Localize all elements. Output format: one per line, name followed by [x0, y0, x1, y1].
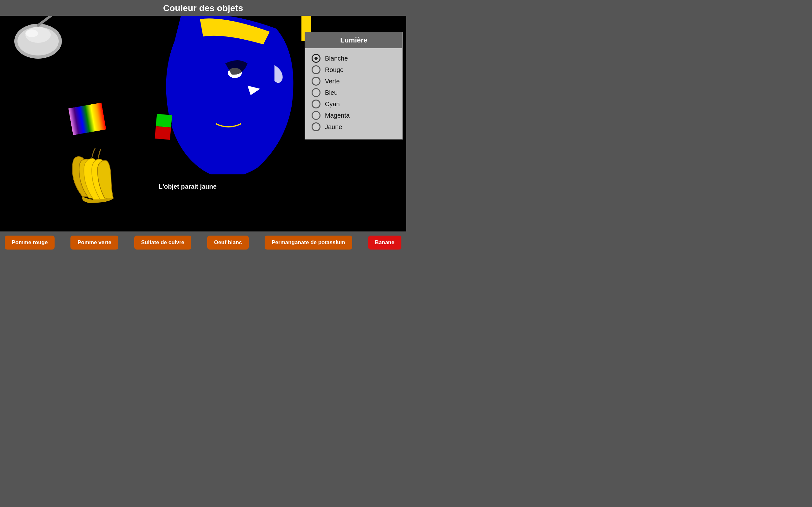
bottom-bar: Pomme rougePomme verteSulfate de cuivreO…	[0, 231, 406, 253]
small-color-card	[155, 114, 172, 140]
radio-option-bleu[interactable]: Bleu	[312, 88, 396, 97]
lumiere-options: BlancheRougeVerteBleuCyanMagentaJaune	[305, 48, 402, 139]
obj-button-permanganate[interactable]: Permanganate de potassium	[265, 236, 352, 249]
lumiere-panel: Lumière BlancheRougeVerteBleuCyanMagenta…	[305, 32, 403, 139]
radio-circle-rouge	[312, 65, 320, 74]
lumiere-header: Lumière	[305, 32, 402, 48]
object-description: L'objet parait jaune	[159, 183, 217, 190]
radio-circle-verte	[312, 77, 320, 86]
radio-circle-jaune	[312, 122, 320, 131]
face-silhouette	[162, 16, 295, 174]
card-red-section	[155, 126, 171, 140]
radio-circle-cyan	[312, 100, 320, 108]
radio-label-rouge: Rouge	[325, 66, 344, 73]
radio-label-magenta: Magenta	[325, 112, 350, 119]
radio-circle-bleu	[312, 88, 320, 97]
radio-option-magenta[interactable]: Magenta	[312, 111, 396, 120]
radio-option-cyan[interactable]: Cyan	[312, 100, 396, 108]
main-scene: L'objet parait jaune Lumière BlancheRoug…	[0, 16, 406, 231]
radio-circle-magenta	[312, 111, 320, 120]
obj-button-pomme-verte[interactable]: Pomme verte	[70, 236, 118, 249]
obj-button-oeuf-blanc[interactable]: Oeuf blanc	[207, 236, 249, 249]
radio-option-verte[interactable]: Verte	[312, 77, 396, 86]
radio-circle-blanche	[312, 54, 320, 63]
radio-label-jaune: Jaune	[325, 123, 342, 131]
radio-option-rouge[interactable]: Rouge	[312, 65, 396, 74]
banana-image	[63, 143, 127, 206]
lumiere-title: Lumière	[340, 36, 367, 44]
radio-label-bleu: Bleu	[325, 89, 338, 96]
lamp-image	[6, 16, 63, 67]
obj-button-sulfate-cuivre[interactable]: Sulfate de cuivre	[134, 236, 191, 249]
radio-label-verte: Verte	[325, 78, 340, 85]
svg-point-3	[26, 30, 38, 37]
obj-button-pomme-rouge[interactable]: Pomme rouge	[5, 236, 55, 249]
radio-label-blanche: Blanche	[325, 55, 348, 62]
rainbow-card	[67, 102, 107, 136]
svg-line-4	[38, 16, 51, 25]
radio-option-blanche[interactable]: Blanche	[312, 54, 396, 63]
page-title: Couleur des objets	[0, 3, 406, 13]
obj-button-banane[interactable]: Banane	[368, 236, 401, 249]
card-green-section	[156, 114, 172, 127]
radio-label-cyan: Cyan	[325, 101, 340, 108]
app-header: Couleur des objets	[0, 0, 406, 16]
radio-option-jaune[interactable]: Jaune	[312, 122, 396, 131]
